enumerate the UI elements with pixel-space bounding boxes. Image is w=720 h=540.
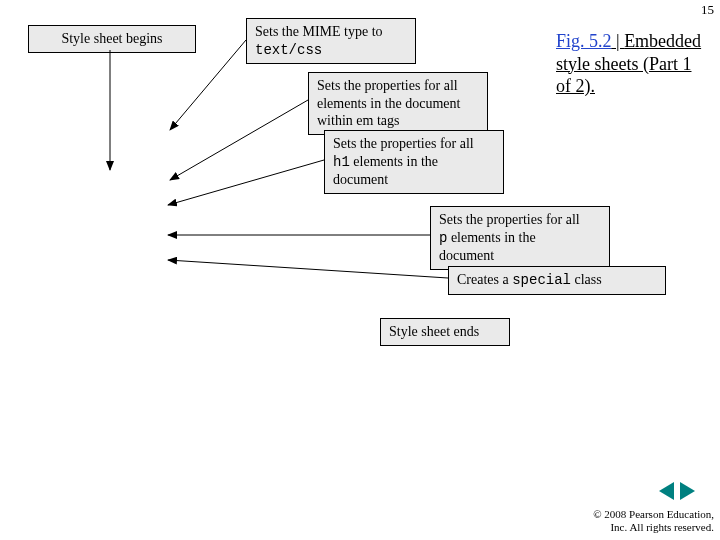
callout-text: document [439, 248, 494, 263]
callout-p-props: Sets the properties for all p elements i… [430, 206, 610, 270]
callout-text: class [571, 272, 602, 287]
figure-caption: Fig. 5.2 | Embedded style sheets (Part 1… [556, 30, 704, 98]
svg-line-1 [170, 40, 246, 130]
callout-special-class: Creates a special class [448, 266, 666, 295]
callout-em-props: Sets the properties for all elements in … [308, 72, 488, 135]
copyright-line: © 2008 Pearson Education, [593, 508, 714, 521]
copyright-notice: © 2008 Pearson Education, Inc. All right… [593, 508, 714, 534]
prev-slide-button[interactable] [659, 482, 674, 500]
callout-text: Sets the properties for all [439, 212, 580, 227]
page-number: 15 [701, 2, 714, 18]
callout-text: document [333, 172, 388, 187]
callout-code: text/css [255, 42, 322, 58]
caption-sep: | [612, 31, 625, 51]
nav-buttons [658, 482, 696, 504]
callout-text: Sets the MIME type to [255, 24, 383, 39]
callout-text: Sets the properties for all [333, 136, 474, 151]
callout-text: elements in the [350, 154, 438, 169]
callout-code: special [512, 272, 571, 288]
copyright-line: Inc. All rights reserved. [593, 521, 714, 534]
callout-h1-props: Sets the properties for all h1 elements … [324, 130, 504, 194]
figure-link[interactable]: Fig. 5.2 [556, 31, 612, 51]
callout-style-begins: Style sheet begins [28, 25, 196, 53]
svg-line-3 [168, 160, 324, 205]
callout-mime-type: Sets the MIME type to text/css [246, 18, 416, 64]
svg-line-2 [170, 100, 308, 180]
callout-text: Creates a [457, 272, 512, 287]
callout-code: h1 [333, 154, 350, 170]
callout-text: elements in the [447, 230, 535, 245]
svg-line-5 [168, 260, 448, 278]
next-slide-button[interactable] [680, 482, 695, 500]
callout-style-ends: Style sheet ends [380, 318, 510, 346]
